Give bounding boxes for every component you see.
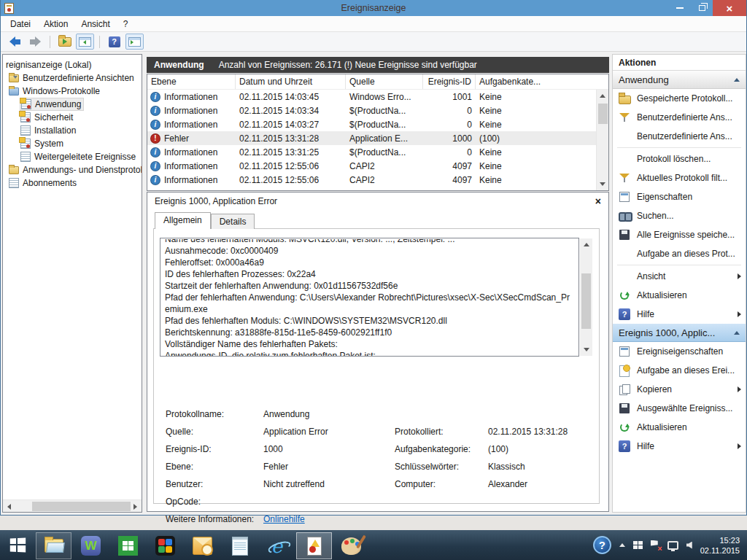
column-ereignis-id[interactable]: Ereignis-ID [423, 74, 476, 89]
event-row[interactable]: Informationen 02.11.2015 14:03:27$(Produ… [147, 117, 596, 131]
close-button[interactable] [713, 0, 746, 16]
onlinehilfe-link[interactable]: Onlinehilfe [263, 514, 305, 524]
tree-item-root[interactable]: reignisanzeige (Lokal) [3, 58, 142, 71]
taskbar-file-explorer[interactable] [36, 532, 71, 559]
collapse-caret-icon[interactable] [734, 331, 740, 335]
taskbar-paint[interactable] [333, 532, 369, 559]
menu-ansicht[interactable]: Ansicht [74, 17, 116, 31]
action-kopieren[interactable]: Kopieren [613, 380, 746, 399]
tab-allgemein[interactable]: Allgemein [155, 212, 211, 229]
tree-item-windows-logs[interactable]: Windows-Protokolle [3, 85, 142, 98]
taskbar-clock[interactable]: 15:23 02.11.2015 [700, 535, 740, 556]
scroll-up-button[interactable] [580, 238, 592, 251]
start-button[interactable] [0, 530, 35, 560]
tree-horizontal-scrollbar[interactable] [3, 499, 142, 512]
volume-icon[interactable] [686, 542, 692, 549]
forward-button[interactable] [26, 34, 44, 50]
minimize-button[interactable] [669, 0, 691, 16]
tree-item-installation[interactable]: Installation [3, 124, 142, 137]
column-ebene[interactable]: Ebene [147, 74, 236, 89]
menu-help[interactable]: ? [117, 17, 135, 31]
collapse-caret-icon[interactable] [734, 78, 740, 82]
tree-item-custom-views[interactable]: Benutzerdefinierte Ansichten [3, 71, 142, 85]
taskbar-puzzle-app[interactable] [147, 532, 183, 559]
puzzle-app-icon [155, 536, 175, 556]
tray-expand-icon[interactable] [619, 543, 625, 547]
action-gespeicherte-protokolle[interactable]: Gespeicherte Protokoll... [613, 89, 746, 108]
event-row[interactable]: Informationen 02.11.2015 12:55:06CAPI240… [147, 159, 596, 173]
scroll-left-button[interactable] [3, 500, 15, 513]
action-ansicht[interactable]: Ansicht [613, 267, 746, 286]
actions-section-ereignis[interactable]: Ereignis 1000, Applic... [613, 324, 746, 342]
action-aufgabe-an-ereignis[interactable]: Aufgabe an dieses Erei... [613, 361, 746, 380]
action-aktualisieren-2[interactable]: Aktualisieren [613, 418, 746, 437]
taskbar-store[interactable] [110, 532, 146, 559]
scroll-down-button[interactable] [596, 178, 608, 190]
title-bar[interactable]: Ereignisanzeige [1, 0, 746, 16]
scroll-down-button[interactable] [580, 343, 592, 356]
console-tree-toggle-button[interactable] [76, 34, 94, 50]
action-ereigniseigenschaften[interactable]: Ereigniseigenschaften [613, 342, 746, 361]
action-pane-toggle-button[interactable] [125, 34, 144, 50]
description-scrollbar[interactable] [580, 238, 592, 356]
tray-help-icon[interactable] [593, 536, 611, 554]
event-row[interactable]: Informationen 02.11.2015 13:31:25$(Produ… [147, 145, 596, 159]
scrollbar-thumb[interactable] [32, 502, 131, 511]
tree-item-abonnements[interactable]: Abonnements [3, 176, 142, 190]
action-suchen[interactable]: Suchen... [613, 206, 746, 225]
column-datum[interactable]: Datum und Uhrzeit [236, 74, 346, 89]
submenu-arrow-icon [738, 273, 741, 279]
menu-datei[interactable]: Datei [4, 17, 37, 31]
console-tree-panel: reignisanzeige (Lokal) Benutzerdefiniert… [2, 54, 142, 513]
scroll-up-button[interactable] [596, 90, 608, 102]
action-aktuelles-protokoll-filtern[interactable]: Aktuelles Protokoll filt... [613, 168, 746, 187]
event-description-textbox[interactable]: Name des fehlerhaften Moduls: MSVCR120.d… [160, 238, 579, 357]
tab-details[interactable]: Details [211, 214, 255, 229]
restore-button[interactable] [691, 0, 713, 16]
scroll-right-button[interactable] [129, 500, 142, 513]
actions-section-anwendung[interactable]: Anwendung [613, 71, 746, 89]
taskbar-notepad[interactable] [222, 532, 258, 559]
tree-item-app-service-logs[interactable]: Anwendungs- und Dienstprotokol [3, 163, 142, 176]
action-alle-ereignisse-speichern[interactable]: Alle Ereignisse speiche... [613, 225, 746, 244]
network-icon[interactable] [667, 541, 678, 550]
action-hilfe-2[interactable]: Hilfe [613, 437, 746, 456]
event-row[interactable]: Informationen 02.11.2015 14:03:34$(Produ… [147, 104, 596, 117]
event-row[interactable]: Informationen 02.11.2015 14:03:45Windows… [147, 90, 596, 104]
open-saved-log-button[interactable] [55, 34, 74, 50]
log-name: Anwendung [154, 60, 204, 70]
action-ausgewaehlte-ereignisse[interactable]: Ausgewählte Ereigniss... [613, 399, 746, 418]
column-aufgabenkategorie[interactable]: Aufgabenkate... [476, 74, 608, 89]
column-quelle[interactable]: Quelle [346, 74, 423, 89]
search-icon [619, 210, 630, 222]
tree-item-anwendung[interactable]: Anwendung [3, 98, 142, 111]
action-benutzerdefinierte-ansicht-2[interactable]: Benutzerdefinierte Ans... [613, 127, 746, 146]
taskbar-outlook[interactable] [185, 532, 220, 559]
action-eigenschaften[interactable]: Eigenschaften [613, 187, 746, 206]
information-icon [150, 106, 160, 116]
information-icon [150, 92, 160, 102]
action-hilfe[interactable]: Hilfe [613, 305, 746, 324]
clock-date: 02.11.2015 [700, 545, 740, 556]
event-row[interactable]: Informationen 02.11.2015 12:55:06CAPI240… [147, 173, 596, 187]
tree-item-forwarded-events[interactable]: Weitergeleitete Ereignisse [3, 150, 142, 163]
action-center-flag-icon[interactable] [651, 540, 659, 551]
tree-item-sicherheit[interactable]: Sicherheit [3, 111, 142, 124]
scrollbar-thumb[interactable] [581, 273, 591, 329]
taskbar-internet-explorer[interactable]: e [259, 532, 295, 559]
scrollbar-thumb[interactable] [598, 104, 608, 124]
close-detail-icon[interactable] [595, 196, 601, 206]
action-protokoll-loeschen[interactable]: Protokoll löschen... [613, 149, 746, 168]
taskbar-event-viewer[interactable] [296, 532, 332, 559]
help-toolbar-button[interactable] [105, 34, 123, 50]
taskbar-w-app[interactable]: W [73, 532, 109, 559]
action-aktualisieren[interactable]: Aktualisieren [613, 286, 746, 305]
action-aufgabe-an-protokoll[interactable]: Aufgabe an dieses Prot... [613, 244, 746, 263]
tray-windows-icon[interactable] [633, 541, 643, 549]
event-row-selected[interactable]: Fehler 02.11.2015 13:31:28Application E.… [147, 131, 596, 145]
action-benutzerdefinierte-ansicht[interactable]: Benutzerdefinierte Ans... [613, 108, 746, 127]
event-list-scrollbar[interactable] [596, 90, 608, 190]
menu-aktion[interactable]: Aktion [37, 17, 74, 31]
back-button[interactable] [6, 34, 24, 50]
tree-item-system[interactable]: System [3, 137, 142, 150]
